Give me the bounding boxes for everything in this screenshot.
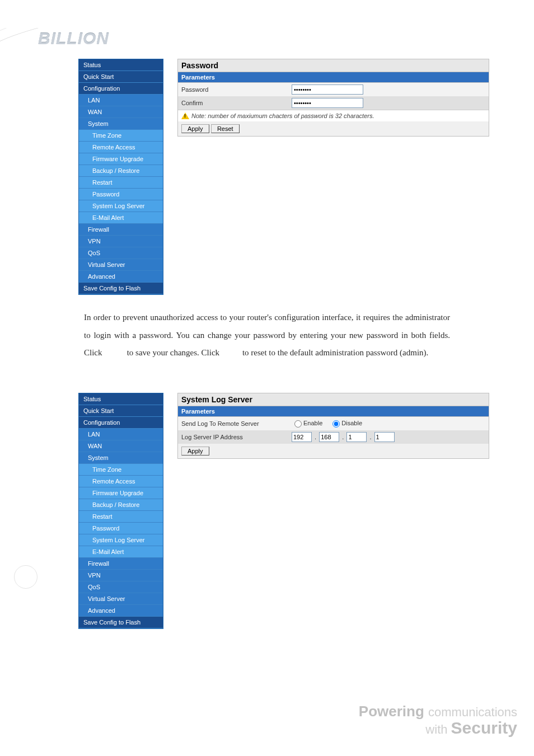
disable-radio[interactable] xyxy=(332,420,340,428)
sidebar-item-wan[interactable]: WAN xyxy=(79,106,163,118)
password-panel: Password Parameters Password Confirm Not… xyxy=(177,59,489,137)
sidebar-item-configuration[interactable]: Configuration xyxy=(79,417,163,429)
sidebar-item-lan[interactable]: LAN xyxy=(79,95,163,106)
sidebar-item-configuration[interactable]: Configuration xyxy=(79,83,163,95)
sidebar-item-password[interactable]: Password xyxy=(79,189,163,200)
sidebar-item-remote-access[interactable]: Remote Access xyxy=(79,476,163,487)
password-input[interactable] xyxy=(292,84,363,95)
disable-radio-wrap[interactable]: Disable xyxy=(330,419,362,428)
warning-icon xyxy=(181,112,189,119)
sidebar-item-e-mail-alert[interactable]: E-Mail Alert xyxy=(79,212,163,224)
footer-with: with xyxy=(425,722,447,736)
ip-octet-1[interactable] xyxy=(292,432,312,442)
sidebar-item-backup-restore[interactable]: Backup / Restore xyxy=(79,499,163,511)
enable-radio-wrap[interactable]: Enable xyxy=(292,419,322,428)
ip-label: Log Server IP Address xyxy=(178,430,288,444)
parameters-header: Parameters xyxy=(178,72,489,83)
note-row: Note: number of maxiumum chacters of pas… xyxy=(178,110,489,121)
sidebar: StatusQuick StartConfigurationLANWANSyst… xyxy=(78,59,163,295)
note-text: Note: number of maxiumum chacters of pas… xyxy=(191,112,374,119)
brand-logo: BILLION xyxy=(38,29,109,48)
sidebar-item-system[interactable]: System xyxy=(79,452,163,464)
sidebar-item-status[interactable]: Status xyxy=(79,59,163,71)
enable-label: Enable xyxy=(303,420,322,426)
enable-radio[interactable] xyxy=(294,420,302,428)
panel-title: System Log Server xyxy=(178,393,489,406)
send-log-label: Send Log To Remote Server xyxy=(178,417,288,430)
sidebar-item-advanced[interactable]: Advanced xyxy=(79,271,163,283)
sidebar-item-e-mail-alert[interactable]: E-Mail Alert xyxy=(79,546,163,558)
sidebar-item-qos[interactable]: QoS xyxy=(79,581,163,593)
sidebar-item-system[interactable]: System xyxy=(79,118,163,130)
sidebar-item-time-zone[interactable]: Time Zone xyxy=(79,130,163,142)
apply-button[interactable]: Apply xyxy=(181,124,209,133)
reset-button[interactable]: Reset xyxy=(211,124,240,133)
sidebar-item-backup-restore[interactable]: Backup / Restore xyxy=(79,165,163,177)
sidebar-item-restart[interactable]: Restart xyxy=(79,177,163,189)
sidebar-item-firewall[interactable]: Firewall xyxy=(79,558,163,570)
sidebar-item-system-log-server[interactable]: System Log Server xyxy=(79,200,163,212)
sidebar-item-firewall[interactable]: Firewall xyxy=(79,224,163,236)
confirm-label: Confirm xyxy=(178,96,288,110)
sidebar-item-advanced[interactable]: Advanced xyxy=(79,605,163,617)
brand-header: BILLION xyxy=(0,28,534,59)
footer-communications: communications xyxy=(428,705,517,719)
decorative-circle xyxy=(14,565,38,589)
apply-button[interactable]: Apply xyxy=(181,447,209,456)
sidebar-item-quick-start[interactable]: Quick Start xyxy=(79,71,163,83)
footer-brand: Powering communications with Security xyxy=(359,704,517,736)
sidebar-item-quick-start[interactable]: Quick Start xyxy=(79,405,163,417)
sidebar-item-time-zone[interactable]: Time Zone xyxy=(79,464,163,476)
sidebar: StatusQuick StartConfigurationLANWANSyst… xyxy=(78,393,163,629)
description-text: In order to prevent unauthorized access … xyxy=(84,309,450,362)
sidebar-item-restart[interactable]: Restart xyxy=(79,511,163,523)
sidebar-item-wan[interactable]: WAN xyxy=(79,440,163,452)
sidebar-item-lan[interactable]: LAN xyxy=(79,429,163,440)
sidebar-item-password[interactable]: Password xyxy=(79,523,163,534)
password-label: Password xyxy=(178,83,288,96)
sidebar-item-virtual-server[interactable]: Virtual Server xyxy=(79,259,163,271)
sidebar-item-remote-access[interactable]: Remote Access xyxy=(79,142,163,153)
sidebar-item-system-log-server[interactable]: System Log Server xyxy=(79,534,163,546)
confirm-input[interactable] xyxy=(292,98,363,108)
footer-powering: Powering xyxy=(359,703,424,720)
panel-title: Password xyxy=(178,59,489,72)
syslog-panel: System Log Server Parameters Send Log To… xyxy=(177,393,489,459)
sidebar-item-save-config-to-flash[interactable]: Save Config to Flash xyxy=(79,283,163,294)
parameters-header: Parameters xyxy=(178,406,489,417)
footer-security: Security xyxy=(451,719,517,737)
disable-label: Disable xyxy=(341,420,362,426)
ip-octet-2[interactable] xyxy=(319,432,339,442)
sidebar-item-status[interactable]: Status xyxy=(79,393,163,405)
sidebar-item-firmware-upgrade[interactable]: Firmware Upgrade xyxy=(79,487,163,499)
ip-octet-3[interactable] xyxy=(346,432,367,442)
ip-octet-4[interactable] xyxy=(374,432,395,442)
sidebar-item-vpn[interactable]: VPN xyxy=(79,570,163,581)
sidebar-item-save-config-to-flash[interactable]: Save Config to Flash xyxy=(79,617,163,628)
sidebar-item-qos[interactable]: QoS xyxy=(79,247,163,259)
sidebar-item-virtual-server[interactable]: Virtual Server xyxy=(79,593,163,605)
sidebar-item-firmware-upgrade[interactable]: Firmware Upgrade xyxy=(79,153,163,165)
sidebar-item-vpn[interactable]: VPN xyxy=(79,236,163,247)
